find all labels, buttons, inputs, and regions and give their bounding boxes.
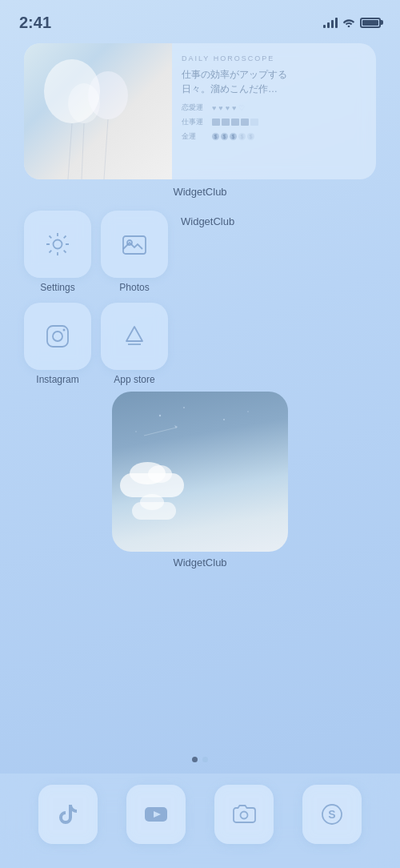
photo-icon (120, 230, 149, 259)
svg-point-7 (53, 332, 62, 341)
dock-tiktok[interactable] (38, 785, 98, 844)
page-dot-active (192, 757, 198, 762)
sky-widget-label: WidgetClub (173, 557, 226, 569)
youtube-icon (143, 802, 169, 827)
sky-widget-wrapper: WidgetClub (24, 392, 376, 569)
horoscope-work-row: 仕事運 (182, 117, 365, 127)
appstore-app-label: App store (114, 374, 154, 385)
svg-point-21 (135, 431, 137, 432)
photos-app-icon[interactable] (101, 211, 168, 278)
status-bar: 2:41 (0, 0, 400, 35)
horoscope-image (24, 43, 172, 179)
svg-point-20 (247, 411, 249, 412)
svg-point-17 (159, 415, 161, 416)
page-dot-inactive (202, 757, 208, 762)
svg-point-3 (54, 240, 62, 249)
status-time: 2:41 (19, 14, 51, 32)
horoscope-title: DAILY HOROSCOPE (182, 54, 365, 62)
dock-youtube[interactable] (126, 785, 186, 844)
horoscope-money-row: 金運 $ $ $ $ $ (182, 131, 365, 142)
appstore-icon (120, 322, 149, 351)
svg-point-26 (241, 812, 248, 819)
sky-widget[interactable] (112, 392, 288, 552)
svg-rect-6 (47, 326, 68, 347)
horoscope-love-row: 恋愛運 ♥ ♥ ♥ ♥ ♡ (182, 102, 365, 113)
main-content: DAILY HOROSCOPE 仕事の効率がアップする日々。溜めこんだ作… 恋愛… (0, 35, 400, 569)
battery-icon (360, 18, 381, 28)
photos-app-label: Photos (119, 282, 149, 293)
settings-app-icon[interactable] (24, 211, 91, 278)
app-appstore-wrapper: App store (101, 303, 168, 385)
tiktok-icon (55, 802, 81, 827)
gear-icon (43, 230, 72, 259)
svg-line-22 (144, 428, 176, 436)
dock: S (0, 774, 400, 868)
instagram-app-label: Instagram (36, 374, 78, 385)
cloud-group (120, 473, 184, 520)
svg-line-2 (82, 123, 84, 179)
signal-icon (323, 17, 338, 28)
svg-point-8 (63, 329, 66, 332)
instagram-app-icon[interactable] (24, 303, 91, 370)
app-grid: Settings Photos (24, 211, 168, 385)
bottom-section: S (0, 757, 400, 868)
app-instagram-wrapper: Instagram (24, 303, 91, 385)
camera-icon (231, 802, 257, 827)
appstore-app-icon[interactable] (101, 303, 168, 370)
svg-line-1 (104, 119, 108, 179)
horoscope-text: DAILY HOROSCOPE 仕事の効率がアップする日々。溜めこんだ作… 恋愛… (172, 43, 376, 179)
app-grid-section: Settings Photos (24, 211, 376, 385)
safari-icon: S (319, 802, 345, 827)
horoscope-body: 仕事の効率がアップする日々。溜めこんだ作… (182, 67, 365, 96)
svg-text:S: S (328, 808, 335, 821)
dock-safari[interactable]: S (302, 785, 362, 844)
page-dots (192, 757, 208, 762)
instagram-icon (43, 322, 72, 351)
settings-app-label: Settings (40, 282, 74, 293)
svg-point-19 (223, 419, 225, 420)
app-settings-wrapper: Settings (24, 211, 91, 293)
status-icons (323, 17, 381, 28)
app-photos-wrapper: Photos (101, 211, 168, 293)
water-widget-wrapper: WidgetClub (181, 211, 234, 227)
horoscope-widget[interactable]: DAILY HOROSCOPE 仕事の効率がアップする日々。溜めこんだ作… 恋愛… (24, 43, 376, 179)
svg-line-0 (68, 123, 72, 179)
svg-point-18 (183, 407, 185, 408)
dock-camera[interactable] (214, 785, 274, 844)
widget1-label: WidgetClub (24, 186, 376, 198)
wifi-icon (342, 18, 355, 27)
horoscope-rows: 恋愛運 ♥ ♥ ♥ ♥ ♡ 仕事運 (182, 102, 365, 142)
water-widget-label: WidgetClub (181, 215, 234, 227)
